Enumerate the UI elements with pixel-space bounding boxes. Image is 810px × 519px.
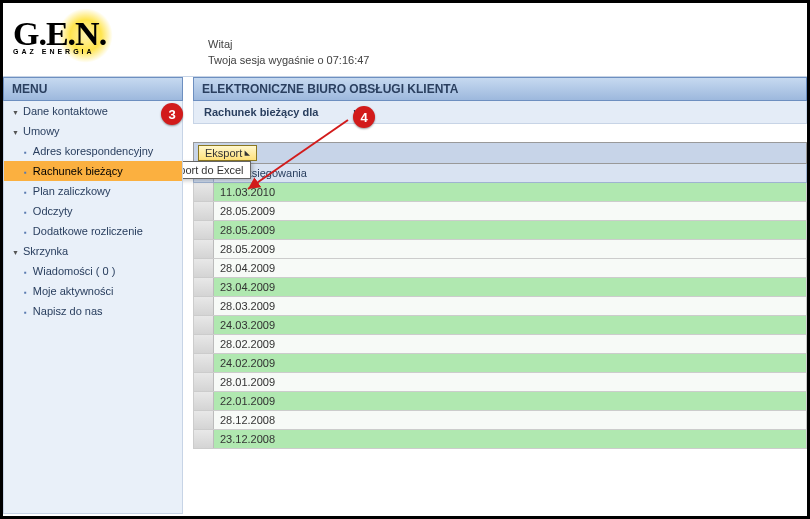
annotation-badge-3: 3 [161, 103, 183, 125]
cell-date: 24.02.2009 [214, 354, 806, 372]
table-row[interactable]: 24.02.2009 [193, 354, 807, 373]
export-menu-item-excel[interactable]: Eksport do Excel [183, 161, 251, 179]
row-handle[interactable] [194, 297, 214, 315]
row-handle[interactable] [194, 411, 214, 429]
cell-date: 28.01.2009 [214, 373, 806, 391]
menu-item-moje-aktywnosci[interactable]: Moje aktywności [4, 281, 182, 301]
page-title: ELEKTRONICZNE BIURO OBSŁUGI KLIENTA [193, 77, 807, 101]
row-handle[interactable] [194, 278, 214, 296]
table-row[interactable]: 23.12.2008 [193, 430, 807, 449]
row-handle[interactable] [194, 240, 214, 258]
grid-header: Data księgowania [193, 164, 807, 183]
sidebar: MENU Dane kontaktowe Umowy Adres korespo… [3, 77, 183, 514]
menu-title: MENU [3, 77, 183, 101]
row-handle[interactable] [194, 373, 214, 391]
menu-item-adres-korespondencyjny[interactable]: Adres korespondencyjny [4, 141, 182, 161]
row-handle[interactable] [194, 221, 214, 239]
table-row[interactable]: 28.04.2009 [193, 259, 807, 278]
table-row[interactable]: 23.04.2009 [193, 278, 807, 297]
row-handle[interactable] [194, 202, 214, 220]
menu-item-wiadomosci[interactable]: Wiadomości ( 0 ) [4, 261, 182, 281]
menu-item-odczyty[interactable]: Odczyty [4, 201, 182, 221]
sub-title-prefix: Rachunek bieżący dla [204, 106, 321, 118]
table-row[interactable]: 24.03.2009 [193, 316, 807, 335]
session-expiry: Twoja sesja wygaśnie o 07:16:47 [208, 53, 369, 68]
row-handle[interactable] [194, 354, 214, 372]
cell-date: 24.03.2009 [214, 316, 806, 334]
cell-date: 23.12.2008 [214, 430, 806, 448]
header: G.E.N. GAZ ENERGIA Witaj Twoja sesja wyg… [3, 3, 807, 76]
table-row[interactable]: 28.03.2009 [193, 297, 807, 316]
cell-date: 28.02.2009 [214, 335, 806, 353]
cell-date: 11.03.2010 [214, 183, 806, 201]
grid-header-date[interactable]: Data księgowania [214, 164, 806, 182]
table-row[interactable]: 28.05.2009 [193, 240, 807, 259]
cell-date: 22.01.2009 [214, 392, 806, 410]
table-row[interactable]: 22.01.2009 [193, 392, 807, 411]
menu-item-dodatkowe-rozliczenie[interactable]: Dodatkowe rozliczenie [4, 221, 182, 241]
table-row[interactable]: 11.03.2010 [193, 183, 807, 202]
row-handle[interactable] [194, 335, 214, 353]
logo-tagline: GAZ ENERGIA [13, 48, 168, 55]
cell-date: 28.12.2008 [214, 411, 806, 429]
row-handle[interactable] [194, 430, 214, 448]
row-handle[interactable] [194, 259, 214, 277]
table-row[interactable]: 28.05.2009 [193, 221, 807, 240]
welcome-block: Witaj Twoja sesja wygaśnie o 07:16:47 [208, 37, 369, 68]
logo: G.E.N. GAZ ENERGIA [13, 13, 168, 68]
table-row[interactable]: 28.02.2009 [193, 335, 807, 354]
row-handle[interactable] [194, 392, 214, 410]
table-row[interactable]: 28.01.2009 [193, 373, 807, 392]
table-row[interactable]: 28.05.2009 [193, 202, 807, 221]
cell-date: 28.03.2009 [214, 297, 806, 315]
row-handle[interactable] [194, 183, 214, 201]
menu-group-dane-kontaktowe[interactable]: Dane kontaktowe [4, 101, 182, 121]
menu-group-umowy[interactable]: Umowy [4, 121, 182, 141]
export-button[interactable]: Eksport [198, 145, 257, 161]
welcome-greeting: Witaj [208, 37, 369, 52]
export-toolbar: Eksport Eksport do Excel [193, 142, 807, 164]
cell-date: 28.05.2009 [214, 240, 806, 258]
table-row[interactable]: 28.12.2008 [193, 411, 807, 430]
menu-group-skrzynka[interactable]: Skrzynka [4, 241, 182, 261]
annotation-badge-4: 4 [353, 106, 375, 128]
menu-item-napisz-do-nas[interactable]: Napisz do nas [4, 301, 182, 321]
row-handle[interactable] [194, 316, 214, 334]
menu-item-rachunek-biezacy[interactable]: Rachunek bieżący [4, 161, 182, 181]
grid-body: 11.03.201028.05.200928.05.200928.05.2009… [193, 183, 807, 449]
cell-date: 23.04.2009 [214, 278, 806, 296]
content: ELEKTRONICZNE BIURO OBSŁUGI KLIENTA Rach… [183, 77, 807, 514]
cell-date: 28.05.2009 [214, 202, 806, 220]
menu-item-plan-zaliczkowy[interactable]: Plan zaliczkowy [4, 181, 182, 201]
cell-date: 28.05.2009 [214, 221, 806, 239]
sub-title: Rachunek bieżący dla XXXX wy [193, 101, 807, 124]
cell-date: 28.04.2009 [214, 259, 806, 277]
menu-tree: Dane kontaktowe Umowy Adres korespondenc… [3, 101, 183, 514]
